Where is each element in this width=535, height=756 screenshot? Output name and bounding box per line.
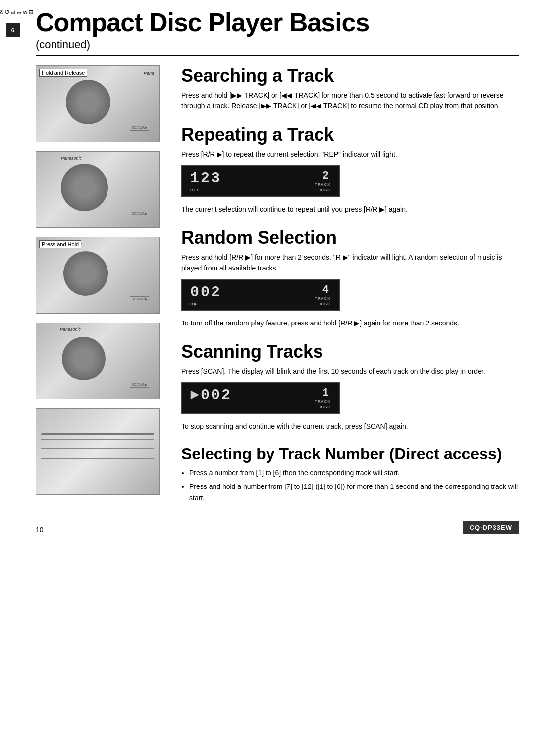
- display-track-num-random: 4: [322, 284, 331, 296]
- device-image-5: [36, 408, 160, 495]
- footer-page-number: 10: [36, 526, 44, 534]
- content-columns: Pana SCAN/R▶ Hold and Release Panasonic …: [36, 65, 519, 506]
- display-track-label-scanning: TRACK: [315, 399, 331, 404]
- heading-repeating: Repeating a Track: [181, 124, 519, 145]
- list-item: Press and hold a number from [7] to [12]…: [189, 481, 519, 503]
- display-track-label-random: TRACK: [315, 296, 331, 301]
- display-right-scanning: 1 TRACK DISC: [315, 387, 331, 409]
- display-disc-label-repeating: DISC: [320, 188, 331, 192]
- display-indicator-random: R▶: [190, 302, 221, 306]
- display-disc-label-scanning: DISC: [320, 405, 331, 409]
- heading-random: Random Selection: [181, 227, 519, 248]
- title-divider: [36, 55, 519, 56]
- display-track-label-repeating: TRACK: [315, 182, 331, 187]
- device-image-1: Pana SCAN/R▶ Hold and Release: [36, 65, 160, 142]
- body2-random: To turn off the random play feature, pre…: [181, 318, 519, 329]
- body-random: Press and hold [R/R ▶] for more than 2 s…: [181, 252, 519, 273]
- list-item: Press a number from [1] to [6] then the …: [189, 467, 519, 478]
- display-digits-random: 002: [190, 284, 221, 301]
- display-digits-scanning: ►002: [190, 387, 232, 404]
- section-searching: Searching a Track Press and hold [▶▶ TRA…: [181, 65, 519, 111]
- display-right-random: 4 TRACK DISC: [315, 284, 331, 306]
- display-indicator-repeating: REP: [190, 188, 221, 192]
- section-random: Random Selection Press and hold [R/R ▶] …: [181, 227, 519, 328]
- display-repeating: 123 REP 2 TRACK DISC: [181, 165, 340, 197]
- model-number: CQ-DP33EW: [463, 521, 519, 534]
- heading-searching: Searching a Track: [181, 65, 519, 86]
- display-scanning: ►002 1 TRACK DISC: [181, 382, 340, 414]
- main-content: Compact Disc Player Basics (continued) P…: [26, 0, 535, 548]
- section-repeating: Repeating a Track Press [R/R ▶] to repea…: [181, 124, 519, 215]
- section-scanning: Scanning Tracks Press [SCAN]. The displa…: [181, 341, 519, 432]
- device-image-2: Panasonic SCAN/R▶: [36, 151, 160, 228]
- display-disc-label-random: DISC: [320, 302, 331, 306]
- display-random: 002 R▶ 4 TRACK DISC: [181, 279, 340, 311]
- heading-scanning: Scanning Tracks: [181, 341, 519, 362]
- sidebar: ENGLISH 6: [0, 0, 26, 756]
- left-column: Pana SCAN/R▶ Hold and Release Panasonic …: [36, 65, 169, 506]
- display-digits-repeating: 123: [190, 170, 221, 187]
- section-page-number: 6: [6, 23, 20, 37]
- display-right-repeating: 2 TRACK DISC: [315, 170, 331, 192]
- page-title: Compact Disc Player Basics: [36, 9, 369, 36]
- image-label-1: Hold and Release: [39, 69, 87, 77]
- body2-scanning: To stop scanning and continue with the c…: [181, 421, 519, 432]
- display-indicator-scanning: [190, 405, 232, 409]
- body-repeating: Press [R/R ▶] to repeat the current sele…: [181, 149, 519, 160]
- page-subtitle: (continued): [36, 38, 519, 51]
- body-scanning: Press [SCAN]. The display will blink and…: [181, 366, 519, 377]
- bullet-list-selecting: Press a number from [1] to [6] then the …: [181, 467, 519, 503]
- section-selecting: Selecting by Track Number (Direct access…: [181, 445, 519, 503]
- right-column: Searching a Track Press and hold [▶▶ TRA…: [181, 65, 519, 506]
- display-track-num-repeating: 2: [322, 170, 331, 182]
- heading-selecting: Selecting by Track Number (Direct access…: [181, 445, 519, 463]
- device-image-3: Panasonic SCAN/R▶ Press and Hold: [36, 237, 160, 314]
- footer: 10 CQ-DP33EW: [36, 521, 519, 534]
- device-image-4: Panasonic SCAN/R▶: [36, 323, 160, 399]
- body-searching: Press and hold [▶▶ TRACK] or [◀◀ TRACK] …: [181, 90, 519, 111]
- title-block: Compact Disc Player Basics: [36, 9, 519, 36]
- body2-repeating: The current selection will continue to r…: [181, 204, 519, 215]
- image-label-3: Press and Hold: [39, 240, 81, 248]
- display-track-num-scanning: 1: [322, 387, 331, 399]
- language-label: ENGLISH: [0, 9, 34, 14]
